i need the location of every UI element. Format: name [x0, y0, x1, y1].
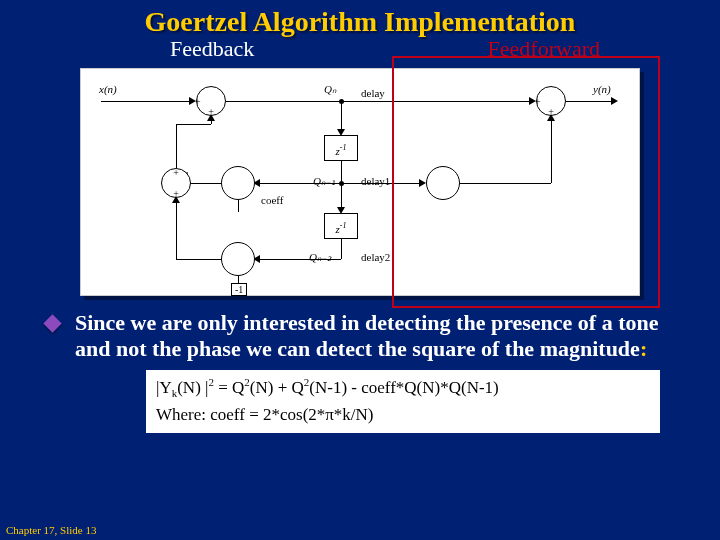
- mult-node-coeff: [221, 166, 255, 200]
- line: [341, 183, 342, 209]
- line: [258, 183, 341, 184]
- delay-z1-box-2: z-1: [324, 213, 358, 239]
- label-delay: delay: [361, 87, 385, 99]
- label-delay1: delay1: [361, 175, 390, 187]
- delay-z1-box-1: z-1: [324, 135, 358, 161]
- feedforward-highlight-box: [392, 56, 660, 308]
- line: [176, 124, 211, 125]
- bullet-row: Since we are only interested in detectin…: [46, 310, 680, 362]
- mult-node-neg: [221, 242, 255, 276]
- colon-yellow: :: [640, 336, 647, 361]
- equation-line2: Where: coeff = 2*cos(2*π*k/N): [156, 405, 650, 425]
- label-neg1: -1: [231, 283, 247, 296]
- sum-node-b: + +: [161, 168, 191, 198]
- diagram-container: x(n) + + Qₙ delay + + y(n) z-1: [80, 68, 640, 296]
- arrow-up-icon: [172, 196, 180, 203]
- line: [238, 200, 239, 212]
- slide-footer: Chapter 17, Slide 13: [6, 524, 96, 536]
- line: [341, 239, 342, 259]
- sum-node-a: + +: [196, 86, 226, 116]
- line: [189, 183, 221, 184]
- label-xn: x(n): [99, 83, 117, 95]
- line: [258, 259, 341, 260]
- line: [176, 259, 221, 260]
- line: [176, 124, 177, 168]
- plus-icon: +: [173, 167, 179, 178]
- equation-box: |Yk(N) |2 = Q2(N) + Q2(N-1) - coeff*Q(N)…: [146, 370, 660, 433]
- label-qn1: Qₙ₋₁: [313, 175, 335, 188]
- line: [226, 101, 341, 102]
- z-sup: -1: [340, 221, 347, 230]
- bullet-diamond-icon: [43, 314, 61, 332]
- plus-icon: +: [195, 96, 201, 107]
- line: [101, 101, 191, 102]
- line: [341, 101, 342, 131]
- line: [176, 198, 177, 259]
- z-sup: -1: [340, 143, 347, 152]
- line: [341, 161, 342, 183]
- equation-line1: |Yk(N) |2 = Q2(N) + Q2(N-1) - coeff*Q(N)…: [156, 376, 650, 399]
- label-delay2: delay2: [361, 251, 390, 263]
- subtitle-feedback: Feedback: [170, 36, 254, 62]
- slide-title: Goertzel Algorithm Implementation: [0, 0, 720, 38]
- arrow-up-icon: [207, 114, 215, 121]
- label-qn: Qₙ: [324, 83, 336, 96]
- bullet-text: Since we are only interested in detectin…: [75, 310, 680, 362]
- label-qn2: Qₙ₋₂: [309, 251, 331, 264]
- label-coeff: coeff: [261, 194, 283, 206]
